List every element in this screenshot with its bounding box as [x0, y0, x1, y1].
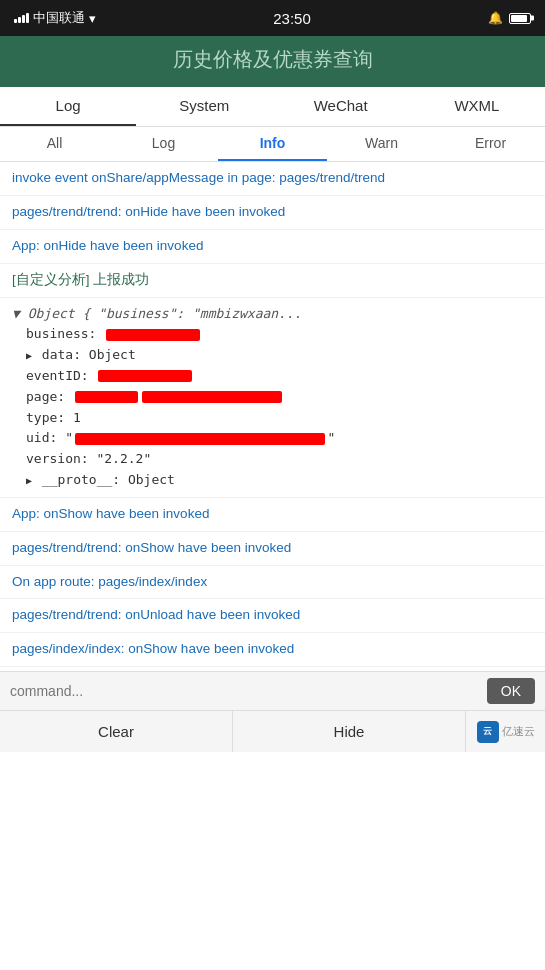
- app-header: 历史价格及优惠券查询: [0, 36, 545, 87]
- log-entry: pages/trend/trend: onHide have been invo…: [0, 196, 545, 230]
- object-block: ▼ Object { "business": "mmbizwxaan... bu…: [0, 298, 545, 498]
- carrier-label: 中国联通: [33, 9, 85, 27]
- subtab-info[interactable]: Info: [218, 127, 327, 161]
- wifi-icon: ▾: [89, 11, 96, 26]
- app-title: 历史价格及优惠券查询: [0, 46, 545, 73]
- tab-log[interactable]: Log: [0, 87, 136, 126]
- tab-wechat[interactable]: WeChat: [273, 87, 409, 126]
- status-time: 23:50: [273, 10, 311, 27]
- subtab-warn[interactable]: Warn: [327, 127, 436, 161]
- bottom-bar: Clear Hide 云 亿速云: [0, 710, 545, 752]
- log-entry: pages/index/index: onShow have been invo…: [0, 633, 545, 667]
- log-content: invoke event onShare/appMessage in page:…: [0, 162, 545, 667]
- status-carrier: 中国联通 ▾: [14, 9, 96, 27]
- subtab-error[interactable]: Error: [436, 127, 545, 161]
- command-input[interactable]: [10, 683, 479, 699]
- log-entry: invoke event onShare/appMessage in page:…: [0, 162, 545, 196]
- expand-icon[interactable]: ▶: [26, 350, 32, 361]
- object-line-uid: uid: " ": [12, 428, 533, 449]
- status-bar: 中国联通 ▾ 23:50 🔔: [0, 0, 545, 36]
- object-line-version: version: "2.2.2": [12, 449, 533, 470]
- object-line-business: business:: [12, 324, 533, 345]
- object-header: ▼ Object { "business": "mmbizwxaan...: [12, 304, 533, 325]
- sub-tabs: All Log Info Warn Error: [0, 127, 545, 162]
- tab-wxml[interactable]: WXML: [409, 87, 545, 126]
- signal-icon: [14, 13, 29, 23]
- object-line-type: type: 1: [12, 408, 533, 429]
- object-line-proto: ▶ __proto__: Object: [12, 470, 533, 491]
- hide-button[interactable]: Hide: [233, 711, 465, 752]
- clear-button[interactable]: Clear: [0, 711, 233, 752]
- battery-icon: [509, 13, 531, 24]
- log-entry-custom: [自定义分析] 上报成功: [0, 264, 545, 298]
- log-entry: pages/trend/trend: onUnload have been in…: [0, 599, 545, 633]
- ok-button[interactable]: OK: [487, 678, 535, 704]
- main-tabs: Log System WeChat WXML: [0, 87, 545, 127]
- log-entry: pages/trend/trend: onShow have been invo…: [0, 532, 545, 566]
- status-right: 🔔: [488, 11, 531, 25]
- expand-proto-icon[interactable]: ▶: [26, 475, 32, 486]
- object-line-eventid: eventID:: [12, 366, 533, 387]
- brand-icon: 云: [477, 721, 499, 743]
- brand-label: 亿速云: [502, 724, 535, 739]
- log-entry: App: onShow have been invoked: [0, 498, 545, 532]
- object-line-data: ▶ data: Object: [12, 345, 533, 366]
- brand-logo: 云 亿速云: [465, 711, 545, 752]
- command-bar: OK: [0, 671, 545, 710]
- alarm-icon: 🔔: [488, 11, 503, 25]
- tab-system[interactable]: System: [136, 87, 272, 126]
- object-line-page: page:: [12, 387, 533, 408]
- subtab-log[interactable]: Log: [109, 127, 218, 161]
- log-entry: On app route: pages/index/index: [0, 566, 545, 600]
- subtab-all[interactable]: All: [0, 127, 109, 161]
- log-entry: App: onHide have been invoked: [0, 230, 545, 264]
